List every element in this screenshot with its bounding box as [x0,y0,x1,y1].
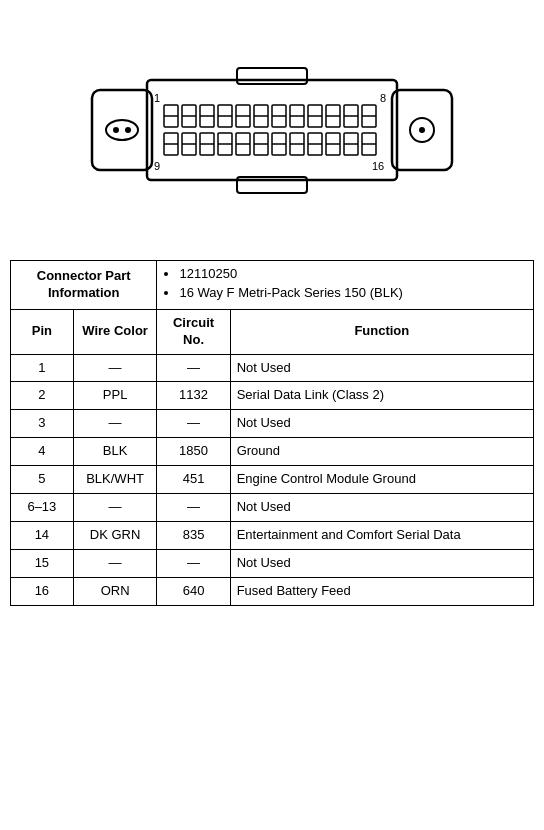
circuit-no-cell: 1850 [157,438,230,466]
svg-point-3 [125,127,131,133]
wire-color-cell: ORN [73,577,157,605]
svg-text:8: 8 [380,92,386,104]
circuit-no-cell: — [157,494,230,522]
part-description: 16 Way F Metri-Pack Series 150 (BLK) [179,285,527,302]
circuit-no-cell: — [157,549,230,577]
pin-cell: 6–13 [11,494,74,522]
wire-color-cell: — [73,494,157,522]
svg-point-2 [113,127,119,133]
svg-rect-7 [147,80,397,180]
function-cell: Not Used [230,354,533,382]
function-cell: Not Used [230,494,533,522]
pin-cell: 3 [11,410,74,438]
function-cell: Entertainment and Comfort Serial Data [230,521,533,549]
connector-table: Connector Part Information 12110250 16 W… [10,260,534,606]
data-table-area: Connector Part Information 12110250 16 W… [0,250,544,626]
svg-text:9: 9 [154,160,160,172]
pin-cell: 2 [11,382,74,410]
pin-cell: 16 [11,577,74,605]
svg-rect-8 [237,68,307,84]
connector-details: 12110250 16 Way F Metri-Pack Series 150 … [157,261,534,310]
wire-color-cell: PPL [73,382,157,410]
wire-color-cell: BLK [73,438,157,466]
function-cell: Not Used [230,410,533,438]
table-row: 5BLK/WHT451Engine Control Module Ground [11,466,534,494]
circuit-no-header: Circuit No. [157,309,230,354]
function-cell: Serial Data Link (Class 2) [230,382,533,410]
table-row: 16ORN640Fused Battery Feed [11,577,534,605]
pin-header: Pin [11,309,74,354]
wire-color-header: Wire Color [73,309,157,354]
circuit-no-cell: — [157,410,230,438]
svg-text:16: 16 [372,160,384,172]
svg-rect-0 [92,90,152,170]
wire-color-cell: DK GRN [73,521,157,549]
connector-info-header: Connector Part Information [11,261,157,310]
connector-info-title: Connector Part Information [37,268,131,300]
function-cell: Engine Control Module Ground [230,466,533,494]
wire-color-cell: — [73,410,157,438]
part-number: 12110250 [179,266,527,283]
wire-color-cell: BLK/WHT [73,466,157,494]
wire-color-cell: — [73,354,157,382]
svg-point-1 [106,120,138,140]
function-header: Function [230,309,533,354]
wire-color-cell: — [73,549,157,577]
connector-diagram: 1 8 9 16 [0,0,544,250]
pin-cell: 1 [11,354,74,382]
function-cell: Fused Battery Feed [230,577,533,605]
table-row: 14DK GRN835Entertainment and Comfort Ser… [11,521,534,549]
pin-cell: 14 [11,521,74,549]
function-cell: Ground [230,438,533,466]
function-cell: Not Used [230,549,533,577]
pin-cell: 5 [11,466,74,494]
table-row: 4BLK1850Ground [11,438,534,466]
svg-point-6 [419,127,425,133]
table-row: 15——Not Used [11,549,534,577]
circuit-no-cell: — [157,354,230,382]
circuit-no-cell: 1132 [157,382,230,410]
pin-cell: 15 [11,549,74,577]
table-row: 6–13——Not Used [11,494,534,522]
circuit-no-cell: 640 [157,577,230,605]
pin-cell: 4 [11,438,74,466]
circuit-no-cell: 835 [157,521,230,549]
table-row: 2PPL1132Serial Data Link (Class 2) [11,382,534,410]
circuit-no-cell: 451 [157,466,230,494]
table-row: 3——Not Used [11,410,534,438]
svg-text:1: 1 [154,92,160,104]
table-row: 1——Not Used [11,354,534,382]
